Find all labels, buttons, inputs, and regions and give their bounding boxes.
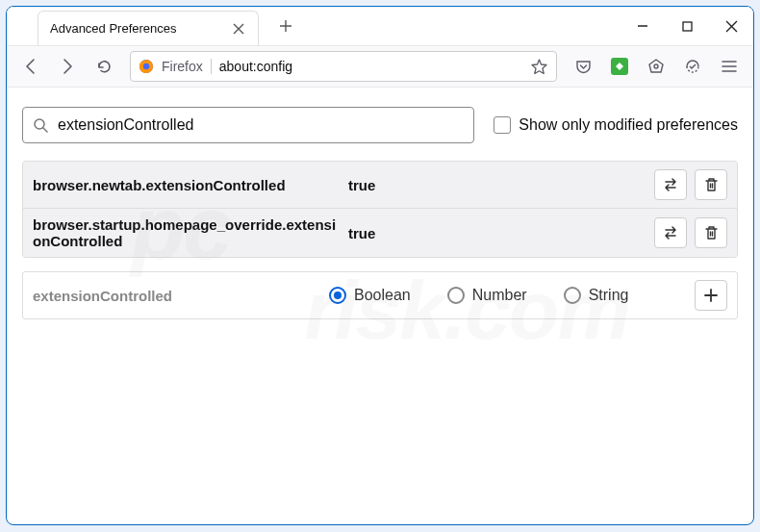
- pref-value: true: [348, 225, 646, 241]
- toggle-button[interactable]: [654, 169, 687, 200]
- radio-label: Number: [472, 287, 527, 304]
- shield-icon[interactable]: [676, 51, 709, 82]
- tab-title: Advanced Preferences: [50, 21, 221, 36]
- new-pref-row: extensionControlled Boolean Number Strin…: [22, 271, 738, 319]
- type-string-radio[interactable]: String: [564, 287, 629, 304]
- identity-label: Firefox: [162, 59, 203, 74]
- account-icon[interactable]: [640, 51, 672, 82]
- search-row: Show only modified preferences: [22, 107, 738, 143]
- firefox-icon: [139, 59, 154, 74]
- content-area: pc risk.com Show only modified preferenc…: [7, 88, 753, 339]
- bookmark-star-icon[interactable]: [529, 57, 548, 76]
- pref-row: browser.newtab.extensionControlled true: [23, 162, 737, 208]
- menu-button[interactable]: [713, 51, 746, 82]
- delete-button[interactable]: [695, 169, 727, 200]
- app-window: Advanced Preferences: [6, 6, 754, 525]
- search-box[interactable]: [22, 107, 474, 143]
- window-controls: [621, 7, 753, 45]
- address-bar[interactable]: Firefox about:config: [130, 51, 557, 82]
- svg-rect-0: [683, 22, 692, 31]
- radio-label: Boolean: [354, 287, 411, 304]
- maximize-button[interactable]: [665, 7, 709, 45]
- search-icon: [33, 117, 48, 133]
- pref-list: browser.newtab.extensionControlled true …: [22, 161, 738, 258]
- type-number-radio[interactable]: Number: [447, 287, 527, 304]
- pocket-icon[interactable]: [567, 51, 599, 82]
- pref-name: browser.startup.homepage_override.extens…: [33, 216, 341, 249]
- back-button[interactable]: [14, 51, 47, 82]
- show-modified-checkbox[interactable]: [494, 116, 511, 134]
- pref-name: browser.newtab.extensionControlled: [33, 177, 341, 193]
- forward-button[interactable]: [51, 51, 84, 82]
- pref-row: browser.startup.homepage_override.extens…: [23, 208, 737, 257]
- radio-label: String: [589, 287, 629, 304]
- search-input[interactable]: [58, 116, 464, 134]
- urlbar-separator: [211, 59, 212, 74]
- toolbar: Firefox about:config: [7, 45, 753, 88]
- close-window-button[interactable]: [709, 7, 753, 45]
- extension-icon[interactable]: [603, 51, 636, 82]
- new-tab-button[interactable]: [270, 11, 301, 41]
- browser-tab[interactable]: Advanced Preferences: [38, 11, 259, 45]
- url-text: about:config: [219, 59, 521, 74]
- radio-icon: [564, 287, 581, 304]
- type-boolean-radio[interactable]: Boolean: [329, 287, 411, 304]
- svg-point-2: [143, 63, 149, 69]
- add-button[interactable]: [695, 280, 727, 311]
- reload-button[interactable]: [88, 51, 120, 82]
- toggle-button[interactable]: [654, 217, 687, 248]
- pref-value: true: [348, 177, 646, 193]
- svg-point-3: [654, 64, 658, 68]
- show-modified-label: Show only modified preferences: [519, 116, 738, 134]
- titlebar: Advanced Preferences: [7, 7, 753, 45]
- radio-icon: [329, 287, 346, 304]
- minimize-button[interactable]: [621, 7, 665, 45]
- type-radios: Boolean Number String: [329, 287, 687, 304]
- delete-button[interactable]: [695, 217, 727, 248]
- show-modified-row[interactable]: Show only modified preferences: [494, 116, 738, 134]
- close-tab-icon[interactable]: [231, 21, 246, 37]
- radio-icon: [447, 287, 465, 304]
- new-pref-name: extensionControlled: [33, 288, 321, 304]
